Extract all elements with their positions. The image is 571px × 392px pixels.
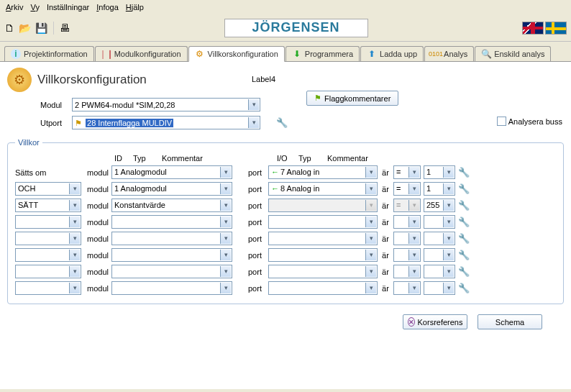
value-combo[interactable] bbox=[424, 281, 455, 295]
col-kommentar2: Kommentar bbox=[326, 154, 390, 163]
modul-row-combo[interactable]: 1 Analogmodul bbox=[111, 165, 232, 179]
wrench-icon[interactable]: 🔧 bbox=[458, 266, 470, 278]
operator-combo[interactable]: = bbox=[393, 165, 421, 179]
modul-row-combo[interactable] bbox=[111, 232, 232, 245]
logic-combo[interactable]: SÄTT bbox=[15, 199, 81, 212]
condition-row: modulportär🔧 bbox=[15, 248, 556, 262]
villkor-fieldset: Villkor ID Typ Kommentar I/O Typ Komment… bbox=[7, 138, 564, 304]
tab-bar: i Projektinformation ❘❙ Modulkonfigurati… bbox=[0, 42, 571, 62]
menu-vy[interactable]: Vy bbox=[27, 1, 42, 13]
value-combo[interactable] bbox=[424, 215, 455, 229]
operator-combo[interactable] bbox=[393, 281, 421, 295]
modul-row-label: modul bbox=[84, 185, 109, 193]
modul-row-combo[interactable] bbox=[111, 215, 232, 229]
korsreferens-button[interactable]: ✕ Korsreferens bbox=[403, 314, 467, 329]
port-row-combo[interactable] bbox=[268, 215, 378, 229]
upload-icon: ⬆ bbox=[367, 49, 377, 59]
magnifier-icon: 🔍 bbox=[481, 49, 491, 59]
menu-hjalp[interactable]: Hjälp bbox=[123, 1, 147, 13]
modul-row-combo[interactable] bbox=[111, 265, 232, 278]
logic-combo[interactable] bbox=[15, 215, 81, 229]
value-combo[interactable]: 255 bbox=[424, 199, 455, 212]
modul-row-combo[interactable]: 1 Analogmodul bbox=[111, 182, 232, 196]
port-row-combo[interactable] bbox=[268, 248, 378, 262]
ar-label: är bbox=[380, 251, 390, 260]
gear-icon: ⚙ bbox=[195, 49, 205, 59]
wrench-icon[interactable]: 🔧 bbox=[458, 216, 470, 228]
operator-combo: = bbox=[393, 199, 421, 212]
operator-combo[interactable] bbox=[393, 248, 421, 262]
tab-programmera[interactable]: ⬇ Programmera bbox=[286, 46, 360, 61]
button-label: Korsreferens bbox=[418, 318, 463, 327]
modul-row-combo[interactable] bbox=[111, 281, 232, 295]
flag-uk-icon[interactable] bbox=[522, 22, 544, 35]
download-icon: ⬇ bbox=[292, 49, 302, 59]
new-file-icon[interactable]: 🗋 bbox=[4, 22, 14, 34]
logic-combo[interactable] bbox=[15, 281, 81, 295]
operator-combo[interactable] bbox=[393, 265, 421, 278]
col-io: I/O bbox=[275, 154, 293, 163]
schema-button[interactable]: Schema bbox=[478, 314, 542, 329]
wrench-icon[interactable]: 🔧 bbox=[458, 283, 470, 294]
port-row-combo[interactable] bbox=[268, 281, 378, 295]
tab-label: Analys bbox=[444, 50, 467, 58]
ar-label: är bbox=[380, 218, 390, 227]
utport-combo[interactable]: ⚑ 28 Internflagga MULDIV bbox=[72, 116, 260, 129]
condition-row: modulportär🔧 bbox=[15, 265, 556, 278]
tab-analys[interactable]: 0101 Analys bbox=[424, 46, 474, 61]
value-combo[interactable] bbox=[424, 232, 455, 245]
wrench-icon[interactable]: 🔧 bbox=[458, 233, 470, 245]
ar-label: är bbox=[380, 268, 390, 276]
flag-small-icon: ⚑ bbox=[75, 119, 82, 127]
wrench-icon[interactable]: 🔧 bbox=[458, 250, 470, 261]
menu-arkiv[interactable]: AArkivrkiv bbox=[3, 1, 26, 13]
condition-row: modulportär🔧 bbox=[15, 281, 556, 295]
value-combo[interactable]: 1 bbox=[424, 182, 455, 196]
save-file-icon[interactable]: 💾 bbox=[35, 22, 47, 34]
print-icon[interactable]: 🖶 bbox=[60, 22, 70, 34]
arrow-left-icon: ← bbox=[271, 168, 279, 176]
tab-modulkonfiguration[interactable]: ❘❙ Modulkonfiguration bbox=[95, 46, 188, 61]
wrench-icon[interactable]: 🔧 bbox=[458, 200, 470, 211]
flag-green-icon: ⚑ bbox=[314, 94, 321, 103]
tab-projektinformation[interactable]: i Projektinformation bbox=[4, 46, 94, 61]
menu-installningar[interactable]: Inställningar bbox=[44, 1, 92, 13]
port-row-combo[interactable]: ←8 Analog in bbox=[268, 182, 378, 196]
operator-combo[interactable] bbox=[393, 232, 421, 245]
value-combo[interactable] bbox=[424, 248, 455, 262]
operator-combo[interactable] bbox=[393, 215, 421, 229]
port-row-label: port bbox=[248, 218, 265, 227]
modul-combo[interactable]: 2 PWM64-modul *SIM,20,28 bbox=[72, 98, 260, 111]
menu-infoga[interactable]: Infoga bbox=[93, 1, 122, 13]
flag-se-icon[interactable] bbox=[545, 22, 567, 35]
flaggkommentarer-button[interactable]: ⚑ Flaggkommentarer bbox=[306, 91, 398, 106]
operator-combo[interactable]: = bbox=[393, 182, 421, 196]
modul-row-combo[interactable]: Konstantvärde bbox=[111, 199, 232, 212]
tab-label: Projektinformation bbox=[24, 50, 88, 58]
logic-combo[interactable] bbox=[15, 265, 81, 278]
port-row-combo[interactable] bbox=[268, 265, 378, 278]
open-file-icon[interactable]: 📂 bbox=[19, 22, 31, 34]
port-row-combo[interactable] bbox=[268, 232, 378, 245]
wrench-icon[interactable]: 🔧 bbox=[276, 117, 288, 129]
tab-ladda-upp[interactable]: ⬆ Ladda upp bbox=[360, 46, 424, 61]
col-typ: Typ bbox=[132, 154, 156, 163]
condition-row: Sätts ommodul1 Analogmodulport←7 Analog … bbox=[15, 165, 556, 179]
value-combo[interactable] bbox=[424, 265, 455, 278]
port-row-label: port bbox=[248, 185, 265, 193]
modul-row-label: modul bbox=[84, 284, 109, 293]
logic-combo[interactable] bbox=[15, 232, 81, 245]
port-row-label: port bbox=[248, 251, 265, 260]
tab-enskild-analys[interactable]: 🔍 Enskild analys bbox=[475, 46, 551, 61]
modul-row-combo[interactable] bbox=[111, 248, 232, 262]
port-row-combo[interactable]: ←7 Analog in bbox=[268, 165, 378, 179]
value-combo[interactable]: 1 bbox=[424, 165, 455, 179]
wrench-icon[interactable]: 🔧 bbox=[458, 167, 470, 178]
col-kommentar: Kommentar bbox=[160, 154, 232, 163]
tab-villkorskonfiguration[interactable]: ⚙ Villkorskonfiguration bbox=[188, 46, 285, 62]
logic-combo[interactable]: OCH bbox=[15, 182, 81, 196]
content-area: ⚙ Villkorskonfiguration Label4 Modul 2 P… bbox=[0, 62, 571, 389]
analysera-buss-checkbox[interactable] bbox=[497, 117, 506, 126]
wrench-icon[interactable]: 🔧 bbox=[458, 183, 470, 195]
logic-combo[interactable] bbox=[15, 248, 81, 262]
